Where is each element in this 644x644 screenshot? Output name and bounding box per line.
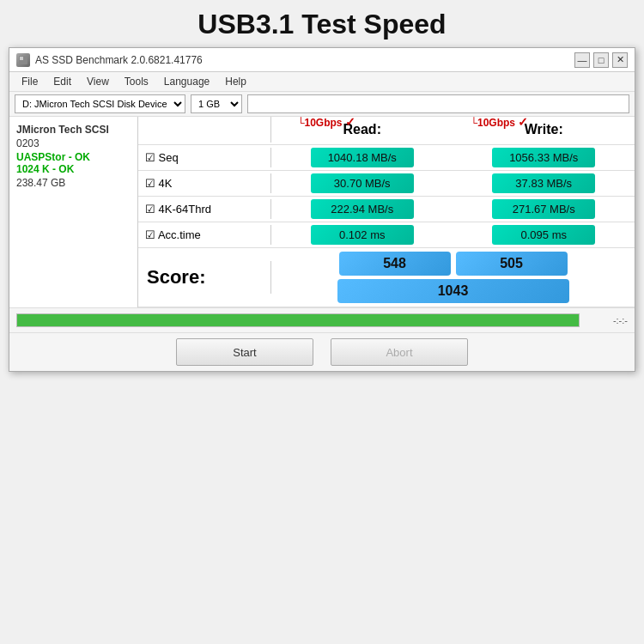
svg-rect-1	[20, 57, 23, 60]
4k64thrd-row: ☑ 4K-64Thrd 222.94 MB/s 271.67 MB/s	[138, 197, 635, 222]
score-write: 505	[456, 252, 568, 276]
4k64thrd-read-value: 222.94 MB/s	[311, 199, 414, 219]
4k-read-cell: 30.70 MB/s	[271, 171, 453, 196]
4k64thrd-read-cell: 222.94 MB/s	[271, 197, 453, 222]
abort-button[interactable]: Abort	[331, 338, 468, 366]
4k-label: ☑ 4K	[138, 173, 271, 193]
write-annotation: └10Gbps ✓	[471, 115, 529, 129]
menu-help[interactable]: Help	[218, 74, 253, 89]
seq-write-value: 1056.33 MB/s	[492, 148, 595, 167]
menu-view[interactable]: View	[80, 74, 116, 89]
4k-write-cell: 37.83 MB/s	[453, 171, 635, 196]
size-selector[interactable]: 1 GB 256 MB 2 GB 4 GB	[191, 94, 242, 113]
toolbar: D: JMicron Tech SCSI Disk Device 1 GB 25…	[9, 92, 635, 117]
device-name: JMicron Tech SCSI	[16, 124, 131, 136]
start-button[interactable]: Start	[176, 338, 313, 366]
menu-tools[interactable]: Tools	[118, 74, 155, 89]
score-section: Score: 548 505 1043	[138, 248, 635, 307]
path-input[interactable]	[247, 94, 629, 113]
results-grid: ☑ Seq 1040.18 MB/s 1056.33 MB/s ☑ 4K	[138, 145, 635, 307]
4k-write-value: 37.83 MB/s	[492, 173, 595, 193]
menu-edit[interactable]: Edit	[46, 74, 78, 89]
write-header: Write:	[525, 122, 563, 137]
window-title: AS SSD Benchmark 2.0.6821.41776	[35, 54, 203, 66]
menu-bar: File Edit View Tools Language Help	[9, 72, 635, 92]
score-values: 548 505 1043	[271, 248, 635, 307]
read-annotation: └10Gbps ✓	[297, 115, 355, 129]
score-read: 548	[339, 252, 451, 276]
close-button[interactable]: ✕	[612, 52, 628, 68]
4k-row: ☑ 4K 30.70 MB/s 37.83 MB/s	[138, 171, 635, 197]
4k64thrd-write-value: 271.67 MB/s	[492, 199, 595, 219]
time-label: -:-:-	[593, 315, 628, 325]
4k64thrd-write-cell: 271.67 MB/s	[453, 197, 635, 222]
size-status: 1024 K - OK	[16, 163, 131, 175]
acctime-read-cell: 0.102 ms	[271, 222, 453, 247]
menu-language[interactable]: Language	[157, 74, 216, 89]
progress-area: -:-:-	[9, 307, 635, 332]
acctime-label: ☑ Acc.time	[138, 225, 271, 245]
score-total: 1043	[337, 279, 569, 303]
page-title: USB3.1 Test Speed	[9, 9, 635, 40]
progress-bar-fill	[17, 314, 579, 326]
4k64thrd-label: ☑ 4K-64Thrd	[138, 199, 271, 219]
acctime-write-cell: 0.095 ms	[453, 222, 635, 247]
disk-selector[interactable]: D: JMicron Tech SCSI Disk Device	[15, 94, 185, 113]
score-label: Score:	[138, 261, 271, 294]
uasp-status: UASPStor - OK	[16, 151, 131, 163]
restore-button[interactable]: □	[593, 52, 609, 68]
seq-label: ☑ Seq	[138, 148, 271, 167]
acctime-row: ☑ Acc.time 0.102 ms 0.095 ms	[138, 222, 635, 248]
app-icon	[16, 53, 30, 67]
seq-read-value: 1040.18 MB/s	[311, 148, 414, 167]
menu-file[interactable]: File	[15, 74, 45, 89]
app-window: AS SSD Benchmark 2.0.6821.41776 — □ ✕ Fi…	[9, 47, 635, 372]
device-id: 0203	[16, 137, 131, 149]
seq-read-cell: 1040.18 MB/s	[271, 145, 453, 170]
seq-write-cell: 1056.33 MB/s	[453, 145, 635, 170]
4k-read-value: 30.70 MB/s	[311, 173, 414, 193]
minimize-button[interactable]: —	[574, 52, 590, 68]
seq-row: ☑ Seq 1040.18 MB/s 1056.33 MB/s	[138, 145, 635, 171]
window-controls: — □ ✕	[574, 52, 628, 68]
device-info-panel: JMicron Tech SCSI 0203 UASPStor - OK 102…	[9, 117, 138, 307]
results-panel: └10Gbps ✓ Read: └10Gbps ✓ Write:	[138, 117, 635, 307]
main-content: JMicron Tech SCSI 0203 UASPStor - OK 102…	[9, 117, 635, 307]
acctime-write-value: 0.095 ms	[492, 225, 595, 245]
progress-bar-container	[16, 313, 580, 327]
bottom-bar: Start Abort	[9, 332, 635, 371]
title-bar: AS SSD Benchmark 2.0.6821.41776 — □ ✕	[9, 48, 635, 72]
acctime-read-value: 0.102 ms	[311, 225, 414, 245]
device-capacity: 238.47 GB	[16, 177, 131, 189]
